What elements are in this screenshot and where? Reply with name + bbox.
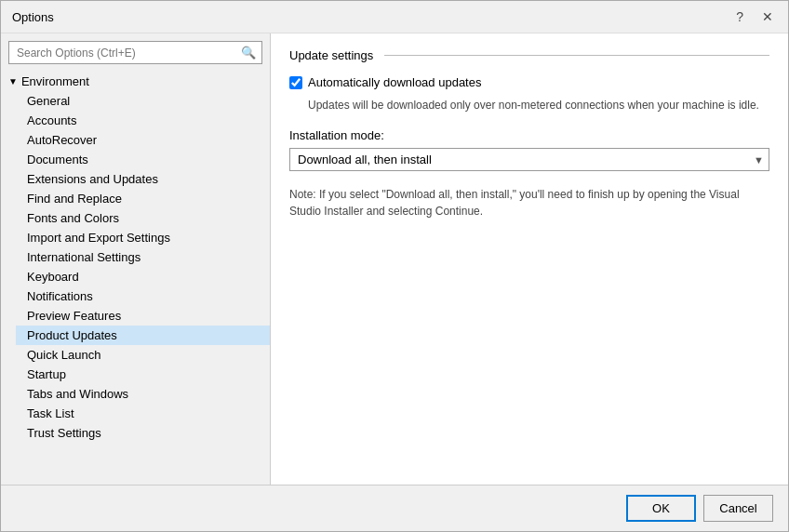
tree-item[interactable]: Fonts and Colors (16, 208, 270, 228)
dropdown-row: Download all, then installDownload, then… (289, 148, 769, 171)
tree-item[interactable]: Startup (16, 365, 270, 384)
tree-item[interactable]: Preview Features (16, 306, 270, 326)
title-bar-controls: ? ✕ (732, 8, 777, 25)
dialog-title: Options (12, 10, 54, 24)
tree-item[interactable]: Documents (16, 150, 270, 169)
auto-download-label: Automatically download updates (308, 75, 481, 89)
tree-item[interactable]: Trust Settings (16, 423, 270, 443)
cancel-button[interactable]: Cancel (703, 495, 773, 522)
search-box: 🔍 (8, 41, 262, 64)
tree-scroll-area: ▼ Environment GeneralAccountsAutoRecover… (1, 72, 270, 485)
environment-label: Environment (21, 74, 89, 88)
help-button[interactable]: ? (732, 8, 747, 25)
tree-item[interactable]: AutoRecover (16, 130, 270, 150)
left-panel: 🔍 ▼ Environment GeneralAccountsAutoRecov… (1, 33, 271, 485)
section-title-text: Update settings (289, 48, 373, 62)
search-input[interactable] (9, 43, 235, 63)
dropdown-wrapper: Download all, then installDownload, then… (289, 148, 769, 171)
tree-item[interactable]: Import and Export Settings (16, 228, 270, 247)
close-button[interactable]: ✕ (758, 8, 777, 25)
search-button[interactable]: 🔍 (235, 42, 261, 63)
tree-children-environment: GeneralAccountsAutoRecoverDocumentsExten… (1, 91, 270, 443)
installation-mode-dropdown[interactable]: Download all, then installDownload, then… (289, 148, 769, 171)
section-title: Update settings (289, 48, 769, 62)
dialog-body: 🔍 ▼ Environment GeneralAccountsAutoRecov… (1, 33, 788, 485)
options-dialog: Options ? ✕ 🔍 ▼ Environment (0, 0, 789, 532)
ok-button[interactable]: OK (626, 495, 696, 522)
tree-item[interactable]: Accounts (16, 111, 270, 130)
dialog-footer: OK Cancel (1, 485, 788, 531)
tree-parent-environment[interactable]: ▼ Environment (1, 72, 270, 91)
tree-item[interactable]: General (16, 91, 270, 111)
tree-content: ▼ Environment GeneralAccountsAutoRecover… (1, 72, 270, 485)
tree-item[interactable]: Notifications (16, 286, 270, 306)
title-bar-left: Options (12, 10, 54, 24)
tree-item[interactable]: Extensions and Updates (16, 169, 270, 189)
right-panel: Update settings Automatically download u… (271, 33, 788, 485)
tree-item[interactable]: Task List (16, 404, 270, 423)
title-bar: Options ? ✕ (1, 1, 788, 33)
checkbox-row: Automatically download updates (289, 75, 769, 89)
auto-download-checkbox[interactable] (289, 76, 302, 89)
installation-mode-label: Installation mode: (289, 128, 769, 142)
tree-item[interactable]: Find and Replace (16, 189, 270, 208)
info-text: Updates will be downloaded only over non… (308, 97, 769, 113)
tree-item[interactable]: Tabs and Windows (16, 384, 270, 404)
tree-item[interactable]: International Settings (16, 247, 270, 267)
tree-item[interactable]: Product Updates (16, 326, 270, 345)
tree-item[interactable]: Quick Launch (16, 345, 270, 365)
expand-icon: ▼ (8, 76, 18, 86)
note-text: Note: If you select "Download all, then … (289, 186, 769, 219)
tree-item[interactable]: Keyboard (16, 267, 270, 286)
